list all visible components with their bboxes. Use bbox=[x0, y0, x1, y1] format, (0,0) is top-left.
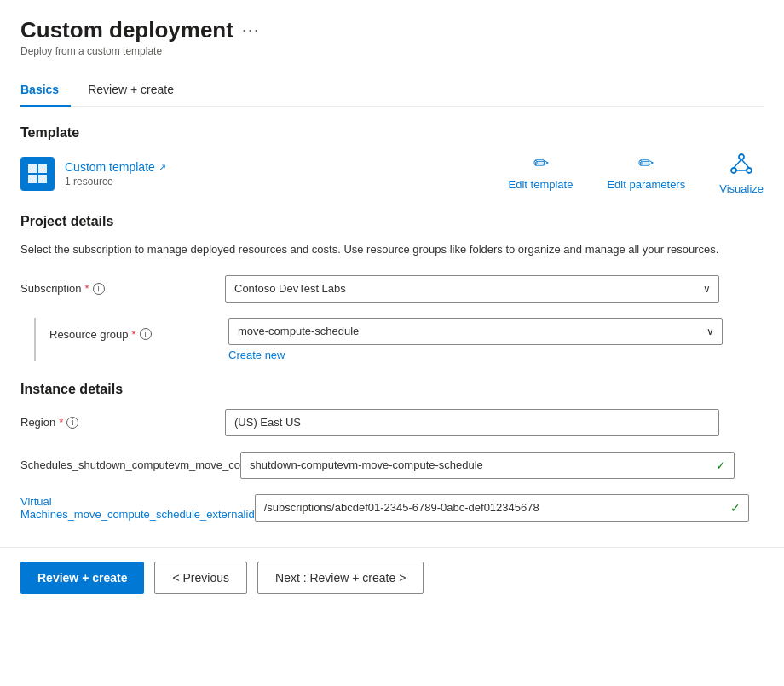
schedules-control: shutdown-computevm-move-compute-schedule… bbox=[240, 452, 735, 479]
resource-group-row: Resource group * i move-compute-schedule… bbox=[20, 318, 764, 361]
schedules-dropdown-wrapper: shutdown-computevm-move-compute-schedule… bbox=[240, 452, 735, 479]
edit-parameters-label: Edit parameters bbox=[607, 178, 685, 191]
template-info: Custom template ↗ 1 resource bbox=[20, 157, 166, 191]
tabs-container: Basics Review + create bbox=[20, 76, 764, 107]
subscription-dropdown[interactable]: Contoso DevTest Labs bbox=[225, 275, 719, 303]
project-description: Select the subscription to manage deploy… bbox=[20, 241, 764, 258]
template-row: Custom template ↗ 1 resource ✏ Edit temp… bbox=[20, 153, 764, 195]
edit-template-action[interactable]: ✏ Edit template bbox=[509, 153, 574, 195]
edit-template-label: Edit template bbox=[509, 178, 574, 191]
svg-rect-1 bbox=[38, 164, 47, 173]
template-icon bbox=[20, 157, 55, 191]
visualize-label: Visualize bbox=[719, 182, 764, 195]
svg-point-5 bbox=[731, 168, 736, 173]
page-title-text: Custom deployment bbox=[20, 17, 233, 43]
region-control bbox=[225, 409, 719, 436]
visualize-icon bbox=[730, 153, 752, 179]
resource-group-dropdown-wrapper: move-compute-schedule bbox=[228, 318, 723, 345]
region-label: Region * i bbox=[20, 416, 225, 429]
template-section-title: Template bbox=[20, 125, 764, 141]
virtual-label: Virtual Machines_move_compute_schedule_e… bbox=[20, 495, 255, 521]
svg-rect-0 bbox=[28, 164, 37, 173]
next-button[interactable]: Next : Review + create > bbox=[257, 562, 424, 594]
subscription-required: * bbox=[85, 282, 89, 295]
template-actions: ✏ Edit template ✏ Edit parameters bbox=[509, 153, 764, 195]
bottom-bar: Review + create < Previous Next : Review… bbox=[0, 547, 784, 608]
review-create-button[interactable]: Review + create bbox=[20, 562, 144, 594]
edit-parameters-icon: ✏ bbox=[638, 153, 654, 175]
resource-group-required: * bbox=[132, 328, 136, 341]
page-header: Custom deployment ··· Deploy from a cust… bbox=[20, 17, 764, 57]
template-name-link[interactable]: Custom template ↗ bbox=[65, 160, 166, 174]
ellipsis-menu[interactable]: ··· bbox=[242, 21, 260, 39]
subscription-label: Subscription * i bbox=[20, 282, 225, 295]
region-group: Region * i bbox=[20, 409, 764, 436]
subscription-dropdown-wrapper: Contoso DevTest Labs bbox=[225, 275, 719, 303]
svg-point-6 bbox=[747, 168, 752, 173]
region-input[interactable] bbox=[225, 409, 719, 436]
resource-group-dropdown[interactable]: move-compute-schedule bbox=[228, 318, 723, 345]
instance-details-section: Instance details Region * i Schedules_sh… bbox=[20, 382, 764, 522]
svg-rect-2 bbox=[28, 175, 37, 183]
template-resource-count: 1 resource bbox=[65, 176, 166, 187]
svg-point-4 bbox=[739, 154, 744, 159]
region-required: * bbox=[59, 416, 63, 429]
svg-rect-3 bbox=[38, 175, 47, 183]
project-details-title: Project details bbox=[20, 214, 764, 229]
resource-group-control: move-compute-schedule Create new bbox=[228, 318, 723, 361]
create-new-link[interactable]: Create new bbox=[228, 349, 285, 361]
instance-details-title: Instance details bbox=[20, 382, 764, 397]
virtual-dropdown-wrapper: /subscriptions/abcdef01-2345-6789-0abc-d… bbox=[255, 494, 749, 522]
virtual-control: /subscriptions/abcdef01-2345-6789-0abc-d… bbox=[255, 494, 749, 522]
subscription-group: Subscription * i Contoso DevTest Labs bbox=[20, 275, 764, 303]
page-subtitle: Deploy from a custom template bbox=[20, 45, 764, 57]
region-info-icon[interactable]: i bbox=[66, 417, 78, 429]
svg-line-7 bbox=[734, 159, 741, 168]
resource-group-label: Resource group * i bbox=[49, 318, 228, 341]
schedules-label: Schedules_shutdown_computevm_move_co bbox=[20, 458, 240, 471]
svg-line-8 bbox=[741, 159, 749, 168]
schedules-dropdown[interactable]: shutdown-computevm-move-compute-schedule bbox=[240, 452, 735, 479]
schedules-group: Schedules_shutdown_computevm_move_co shu… bbox=[20, 452, 764, 479]
previous-button[interactable]: < Previous bbox=[154, 562, 247, 594]
virtual-dropdown[interactable]: /subscriptions/abcdef01-2345-6789-0abc-d… bbox=[255, 494, 749, 522]
virtual-group: Virtual Machines_move_compute_schedule_e… bbox=[20, 494, 764, 522]
resource-group-info-icon[interactable]: i bbox=[140, 328, 152, 340]
subscription-info-icon[interactable]: i bbox=[93, 283, 105, 295]
tab-basics[interactable]: Basics bbox=[20, 76, 71, 107]
edit-parameters-action[interactable]: ✏ Edit parameters bbox=[607, 153, 685, 195]
template-name-block: Custom template ↗ 1 resource bbox=[65, 160, 166, 187]
subscription-control: Contoso DevTest Labs bbox=[225, 275, 719, 303]
tab-review-create[interactable]: Review + create bbox=[88, 76, 186, 107]
edit-template-icon: ✏ bbox=[533, 153, 549, 175]
page-title: Custom deployment ··· bbox=[20, 17, 764, 43]
visualize-action[interactable]: Visualize bbox=[719, 153, 764, 195]
